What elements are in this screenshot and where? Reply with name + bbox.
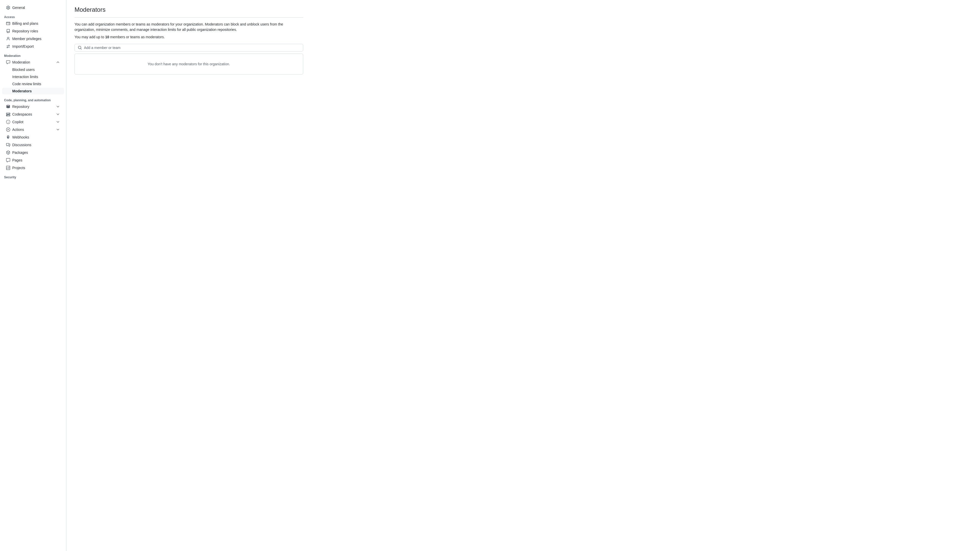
sidebar-sub-item-blocked-users-label: Blocked users [12, 68, 35, 72]
main-description: You can add organization members or team… [75, 22, 303, 32]
sidebar-item-import-export[interactable]: Import/Export [2, 43, 64, 50]
person-icon [6, 37, 10, 41]
sidebar-item-moderation[interactable]: Moderation [2, 59, 64, 66]
chevron-down-icon-codespaces [56, 112, 60, 116]
sidebar-item-general[interactable]: General [2, 4, 64, 11]
sidebar-item-copilot[interactable]: Copilot [2, 118, 64, 125]
sidebar-item-actions-label: Actions [12, 127, 24, 132]
sidebar-sub-item-interaction-limits[interactable]: Interaction limits [2, 73, 64, 80]
search-box[interactable] [75, 44, 303, 52]
pages-icon [6, 158, 10, 162]
chevron-up-icon [56, 60, 60, 64]
database-icon [6, 105, 10, 109]
sidebar-item-copilot-label: Copilot [12, 120, 24, 124]
sidebar-item-pages-label: Pages [12, 158, 22, 162]
chevron-down-icon-copilot [56, 120, 60, 124]
sidebar-item-packages[interactable]: Packages [2, 149, 64, 156]
codespaces-icon [6, 112, 10, 116]
sidebar-sub-item-moderators-label: Moderators [12, 89, 32, 93]
sidebar-item-repository[interactable]: Repository [2, 103, 64, 110]
sub-desc-count: 10 [105, 35, 109, 39]
main-content: Moderators You can add organization memb… [66, 0, 311, 551]
sub-desc-prefix: You may add up to [75, 35, 105, 39]
gear-icon [6, 6, 10, 10]
sidebar-item-import-export-label: Import/Export [12, 44, 34, 48]
sidebar-item-actions[interactable]: Actions [2, 126, 64, 133]
comment-icon [6, 60, 10, 64]
chevron-down-icon-repository [56, 105, 60, 109]
sidebar-item-projects[interactable]: Projects [2, 164, 64, 171]
sidebar-section-security: Security [0, 173, 66, 180]
sidebar-item-general-label: General [12, 6, 25, 10]
sidebar-item-member-privileges[interactable]: Member privileges [2, 35, 64, 42]
sidebar-item-member-privileges-label: Member privileges [12, 37, 41, 41]
sidebar-item-discussions-label: Discussions [12, 143, 32, 147]
sidebar-section-moderation: Moderation [0, 52, 66, 59]
sidebar-item-repository-roles[interactable]: Repository roles [2, 27, 64, 35]
sidebar-item-billing-label: Billing and plans [12, 21, 38, 25]
sub-desc-suffix: members or teams as moderators. [109, 35, 165, 39]
sidebar-sub-item-blocked-users[interactable]: Blocked users [2, 66, 64, 73]
credit-card-icon [6, 21, 10, 25]
sidebar-item-moderation-label: Moderation [12, 60, 30, 64]
play-icon [6, 127, 10, 132]
sidebar-item-codespaces[interactable]: Codespaces [2, 111, 64, 118]
arrow-switch-icon [6, 44, 10, 48]
sidebar-item-projects-label: Projects [12, 166, 25, 170]
webhooks-icon [6, 135, 10, 139]
sidebar-item-billing[interactable]: Billing and plans [2, 20, 64, 27]
sidebar-item-pages[interactable]: Pages [2, 157, 64, 164]
sidebar-sub-item-interaction-limits-label: Interaction limits [12, 75, 38, 79]
sidebar-item-discussions[interactable]: Discussions [2, 141, 64, 148]
sidebar-item-webhooks[interactable]: Webhooks [2, 134, 64, 141]
search-input[interactable] [84, 46, 300, 50]
package-icon [6, 151, 10, 155]
sidebar-item-repository-label: Repository [12, 105, 29, 109]
sidebar-section-access: Access [0, 13, 66, 20]
projects-icon [6, 166, 10, 170]
empty-state-box: You don't have any moderators for this o… [75, 54, 303, 75]
chevron-down-icon-actions [56, 127, 60, 132]
sidebar-sub-item-moderators[interactable]: Moderators [2, 88, 64, 94]
sidebar-sub-item-code-review-limits[interactable]: Code review limits [2, 81, 64, 87]
sidebar-section-code-planning: Code, planning, and automation [0, 97, 66, 103]
sidebar-item-repository-roles-label: Repository roles [12, 29, 38, 33]
repo-icon [6, 29, 10, 33]
main-sub-description: You may add up to 10 members or teams as… [75, 35, 303, 40]
discussions-icon [6, 143, 10, 147]
search-icon [78, 46, 82, 50]
copilot-icon [6, 120, 10, 124]
sidebar-item-codespaces-label: Codespaces [12, 112, 32, 116]
sidebar-sub-item-code-review-limits-label: Code review limits [12, 82, 41, 86]
page-title: Moderators [75, 6, 303, 17]
sidebar-item-webhooks-label: Webhooks [12, 135, 29, 139]
empty-state-message: You don't have any moderators for this o… [148, 62, 230, 66]
sidebar: General Access Billing and plans Reposit… [0, 0, 66, 551]
sidebar-item-packages-label: Packages [12, 151, 28, 155]
